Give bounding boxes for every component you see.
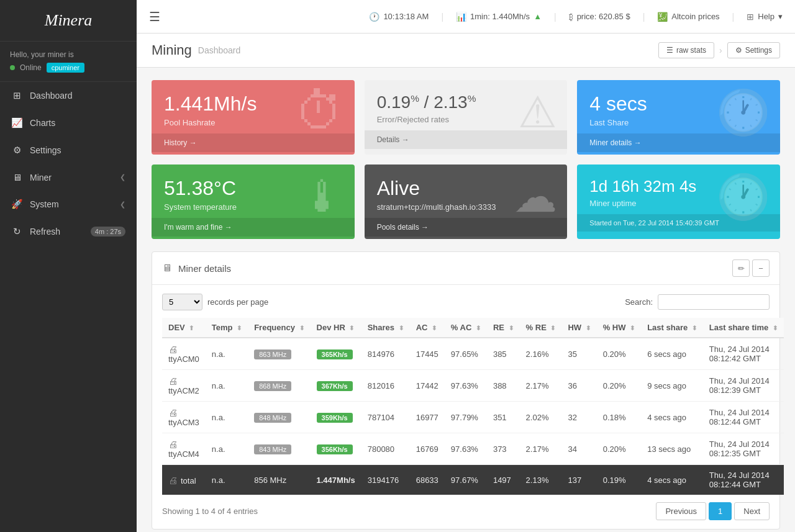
main-content: ☰ 🕐 10:13:18 AM | 📊 1min: 1.440Mh/s ▲ | … xyxy=(137,0,795,532)
th-devhr[interactable]: Dev HR ⬍ xyxy=(311,318,361,338)
cell-devhr: 365Kh/s xyxy=(311,338,361,370)
cell-ac: 16977 xyxy=(410,402,445,433)
collapse-button[interactable]: − xyxy=(752,259,770,277)
cell-lastshare: 4 secs ago xyxy=(641,465,703,495)
th-shares[interactable]: Shares ⬍ xyxy=(361,318,410,338)
table-controls: 5 10 25 50 100 records per page Search: xyxy=(162,294,770,310)
cell-pcre: 2.02% xyxy=(520,402,562,433)
device-icon: 🖨 xyxy=(168,407,178,418)
raw-stats-button[interactable]: ☰ raw stats xyxy=(658,42,714,58)
cell-dev: 🖨ttyACM4 xyxy=(162,433,206,465)
cell-temp: n.a. xyxy=(206,402,248,433)
th-pchw[interactable]: % HW ⬍ xyxy=(597,318,641,338)
th-pcre[interactable]: % RE ⬍ xyxy=(520,318,562,338)
header-hashrate: 📊 1min: 1.440Mh/s ▲ xyxy=(456,12,542,22)
cell-pcac: 97.63% xyxy=(445,370,487,402)
raw-stats-label: raw stats xyxy=(676,46,706,55)
th-temp[interactable]: Temp ⬍ xyxy=(206,318,248,338)
page-header-actions: ☰ raw stats › ⚙ Settings xyxy=(658,42,780,58)
cell-pcac: 97.67% xyxy=(445,465,487,495)
miner-details-table: DEV ⬆ Temp ⬍ Frequency ⬍ Dev HR ⬍ Shares… xyxy=(162,318,784,495)
th-pcac[interactable]: % AC ⬍ xyxy=(445,318,487,338)
frequency-badge: 868 MHz xyxy=(254,381,291,391)
sidebar-item-label: Miner xyxy=(30,173,52,183)
sidebar: Minera Hello, your miner is Online cpumi… xyxy=(0,0,137,532)
cell-lastshare: 13 secs ago xyxy=(641,433,703,465)
header-altcoin[interactable]: 💹 Altcoin prices xyxy=(657,12,719,22)
sidebar-item-dashboard[interactable]: ⊞ Dashboard xyxy=(0,82,137,109)
hashrate-trend: ▲ xyxy=(534,12,542,21)
cell-re: 351 xyxy=(487,402,520,433)
page-content: 1.441Mh/s Pool Hashrate ⏱ History → 0.19… xyxy=(137,68,795,532)
pagination-row: Showing 1 to 4 of 4 entries Previous 1 N… xyxy=(162,502,770,520)
device-icon: 🖨 xyxy=(168,344,178,354)
header-help[interactable]: ⊞ Help ▾ xyxy=(747,12,783,22)
cell-pchw: 0.20% xyxy=(597,370,641,402)
gear-icon: ⚙ xyxy=(735,46,742,55)
cell-dev: 🖨ttyACM2 xyxy=(162,370,206,402)
th-frequency[interactable]: Frequency ⬍ xyxy=(248,318,310,338)
card-alive: Alive stratum+tcp://multi.ghash.io:3333 … xyxy=(365,165,568,239)
edit-button[interactable]: ✏ xyxy=(732,259,750,277)
cell-frequency: 843 MHz xyxy=(248,433,310,465)
cell-pchw: 0.20% xyxy=(597,433,641,465)
showing-text: Showing 1 to 4 of 4 entries xyxy=(162,507,258,516)
sidebar-item-system[interactable]: 🚀 System ❮ xyxy=(0,191,137,218)
cell-re: 385 xyxy=(487,338,520,370)
th-re[interactable]: RE ⬍ xyxy=(487,318,520,338)
device-icon: 🖨 xyxy=(168,475,178,485)
table-row: 🖨ttyACM0 n.a. 863 MHz 365Kh/s 814976 174… xyxy=(162,338,784,370)
cell-ac: 17445 xyxy=(410,338,445,370)
cell-shares: 814976 xyxy=(361,338,410,370)
cell-lastshare: 6 secs ago xyxy=(641,338,703,370)
th-hw[interactable]: HW ⬍ xyxy=(561,318,596,338)
help-label: Help xyxy=(758,12,775,21)
user-section: Hello, your miner is Online cpuminer xyxy=(0,42,137,82)
previous-button[interactable]: Previous xyxy=(656,502,706,520)
cloud-icon: ☁ xyxy=(514,171,557,222)
cell-hw: 36 xyxy=(561,370,596,402)
cell-pchw: 0.20% xyxy=(597,338,641,370)
devhr-badge: 365Kh/s xyxy=(317,349,353,359)
cell-temp: n.a. xyxy=(206,338,248,370)
sidebar-item-charts[interactable]: 📈 Charts xyxy=(0,109,137,137)
miner-badge: cpuminer xyxy=(47,63,84,73)
monitor-icon: 🖥 xyxy=(162,263,172,274)
cell-devhr: 367Kh/s xyxy=(311,370,361,402)
clock-large-icon: 🕐 xyxy=(716,87,770,138)
cell-lastsharetime: Thu, 24 Jul 2014 08:12:39 GMT xyxy=(703,370,784,402)
cell-frequency: 848 MHz xyxy=(248,402,310,433)
table-row: 🖨ttyACM3 n.a. 848 MHz 359Kh/s 787104 169… xyxy=(162,402,784,433)
search-input[interactable] xyxy=(658,294,770,310)
sidebar-item-refresh[interactable]: ↻ Refresh 4m : 27s xyxy=(0,218,137,245)
device-icon: 🖨 xyxy=(168,439,178,449)
cell-pchw: 0.18% xyxy=(597,402,641,433)
cell-lastsharetime: Thu, 24 Jul 2014 08:12:42 GMT xyxy=(703,338,784,370)
cell-dev: 🖨total xyxy=(162,465,206,495)
online-label: Online xyxy=(20,63,42,72)
next-button[interactable]: Next xyxy=(734,502,770,520)
cell-ac: 17442 xyxy=(410,370,445,402)
devhr-badge: 356Kh/s xyxy=(317,444,353,454)
sidebar-item-settings[interactable]: ⚙ Settings xyxy=(0,137,137,164)
table-row: 🖨total n.a. 856 MHz 1.447Mh/s 3194176 68… xyxy=(162,465,784,495)
settings-button[interactable]: ⚙ Settings xyxy=(727,42,780,58)
page-1-button[interactable]: 1 xyxy=(709,502,732,520)
cell-hw: 34 xyxy=(561,433,596,465)
cell-pcre: 2.17% xyxy=(520,433,562,465)
sidebar-item-miner[interactable]: 🖥 Miner ❮ xyxy=(0,164,137,191)
settings-label: Settings xyxy=(745,46,772,55)
warning-icon: ⚠ xyxy=(518,87,557,138)
th-dev[interactable]: DEV ⬆ xyxy=(162,318,206,338)
per-page-select[interactable]: 5 10 25 50 100 xyxy=(162,294,202,310)
th-lastsharetime[interactable]: Last share time ⬍ xyxy=(703,318,784,338)
hamburger-icon[interactable]: ☰ xyxy=(149,9,160,24)
cell-frequency: 856 MHz xyxy=(248,465,310,495)
th-ac[interactable]: AC ⬍ xyxy=(410,318,445,338)
cell-devhr: 1.447Mh/s xyxy=(311,465,361,495)
bitcoin-icon: ₿ xyxy=(569,12,573,22)
settings-icon: ⚙ xyxy=(11,145,22,156)
th-lastshare[interactable]: Last share ⬍ xyxy=(641,318,703,338)
cell-pcac: 97.65% xyxy=(445,338,487,370)
miner-icon: 🖥 xyxy=(11,172,22,183)
